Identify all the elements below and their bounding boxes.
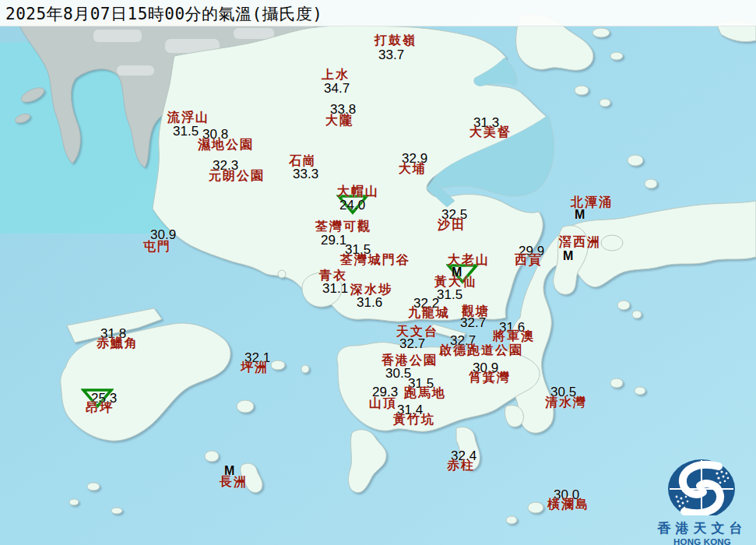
station-name-label: 滘西洲 <box>559 236 601 249</box>
station-name-label: 赤柱 <box>447 459 475 473</box>
station-name-label: 橫瀾島 <box>547 498 589 512</box>
station-name-label: 坪洲 <box>241 361 269 374</box>
station-name-label: 深水埗 <box>350 283 392 297</box>
station-name-label: 黃大仙 <box>434 276 476 289</box>
station-name-label: 濕地公園 <box>198 139 254 152</box>
hko-logo: 香港天文台 HONG KONG OBSERVATORY <box>649 456 756 545</box>
station-value-label: 32.7 <box>399 337 425 350</box>
station-name-label: 西貢 <box>515 254 543 267</box>
station-labels-layer: 33.7打鼓嶺34.7上水33.8大隴31.3大美督31.5流浮山30.8濕地公… <box>0 0 756 545</box>
station-name-label: 元朗公園 <box>209 170 265 183</box>
station-name-label: 山頂 <box>369 397 397 410</box>
station-value-label: 24.0 <box>339 199 365 212</box>
station-name-label: 長洲 <box>220 476 248 489</box>
station-name-label: 屯門 <box>143 241 171 254</box>
station-value-label: 31.6 <box>357 296 382 309</box>
station-name-label: 黃竹坑 <box>393 413 435 427</box>
station-name-label: 沙田 <box>438 219 466 232</box>
station-name-label: 啟德跑道公園 <box>439 344 523 357</box>
station-name-label: 香港公園 <box>382 354 438 367</box>
station-name-label: 流浮山 <box>167 111 209 125</box>
station-name-label: 大埔 <box>399 163 427 176</box>
station-name-label: 跑馬地 <box>404 387 446 400</box>
station-name-label: 石崗 <box>289 155 317 168</box>
station-name-label: 觀塘 <box>462 305 490 318</box>
station-value-label: M <box>563 250 573 262</box>
hko-logo-chinese-text: 香港天文台 <box>649 519 756 537</box>
station-value-label: 31.5 <box>173 125 199 138</box>
station-name-label: 大帽山 <box>337 185 379 199</box>
temperature-map-page: { "title": "2025年8月07日15時00分的氣溫(攝氏度)", "… <box>0 0 756 545</box>
station-name-label: 清水灣 <box>545 396 587 410</box>
station-name-label: 上水 <box>322 69 350 82</box>
station-name-label: 荃灣城門谷 <box>340 254 410 267</box>
station-name-label: 昂坪 <box>86 402 114 415</box>
station-value-label: 29.1 <box>321 234 346 247</box>
station-name-label: 青衣 <box>319 269 347 283</box>
title-bar: 2025年8月07日15時00分的氣溫(攝氏度) <box>0 0 756 26</box>
station-value-label: M <box>575 209 585 221</box>
hko-logo-icon <box>649 456 756 515</box>
station-name-label: 九龍城 <box>408 307 450 320</box>
station-value-label: 34.7 <box>324 82 350 95</box>
station-name-label: 大美督 <box>469 126 512 139</box>
station-name-label: 大隴 <box>325 114 353 128</box>
station-value-label: 33.7 <box>378 48 404 62</box>
station-name-label: 天文台 <box>396 325 438 339</box>
station-value-label: 31.1 <box>322 282 348 295</box>
station-name-label: 赤鱲角 <box>97 337 139 350</box>
station-value-label: 31.5 <box>437 288 462 301</box>
station-name-label: 將軍澳 <box>493 330 535 343</box>
station-name-label: 大老山 <box>448 254 490 267</box>
station-name-label: 打鼓嶺 <box>374 34 417 47</box>
station-name-label: 荃灣可觀 <box>315 220 371 234</box>
hko-logo-english-text: HONG KONG OBSERVATORY <box>649 537 756 545</box>
map-title: 2025年8月07日15時00分的氣溫(攝氏度) <box>0 0 756 25</box>
station-name-label: 筲箕灣 <box>469 371 511 385</box>
station-name-label: 北潭涌 <box>571 196 613 209</box>
station-value-label: 33.3 <box>293 167 318 181</box>
